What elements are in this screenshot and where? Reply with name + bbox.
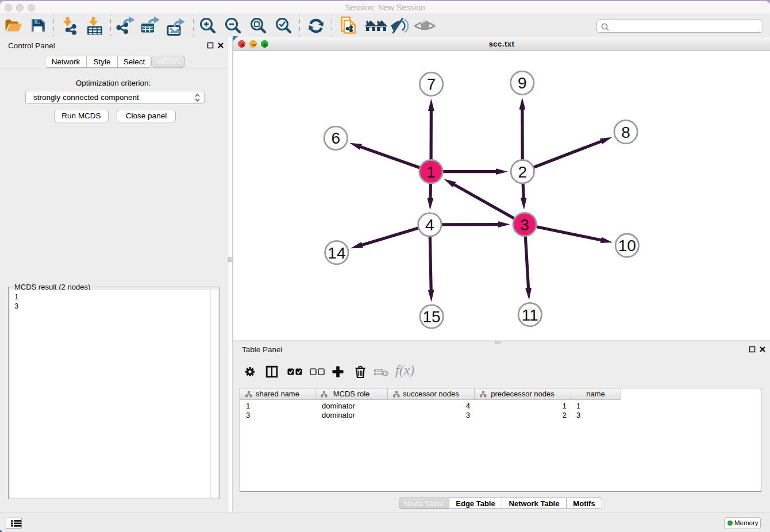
svg-text:8: 8 <box>621 124 630 141</box>
svg-text:10: 10 <box>618 237 636 255</box>
svg-text:6: 6 <box>332 129 341 147</box>
svg-text:2: 2 <box>518 163 528 181</box>
svg-text:3: 3 <box>520 216 529 234</box>
svg-text:15: 15 <box>423 308 441 326</box>
svg-text:4: 4 <box>425 216 434 234</box>
svg-text:7: 7 <box>427 75 436 93</box>
svg-text:11: 11 <box>522 306 538 324</box>
svg-text:9: 9 <box>518 74 527 92</box>
svg-text:14: 14 <box>328 244 345 262</box>
svg-text:1: 1 <box>426 163 436 181</box>
